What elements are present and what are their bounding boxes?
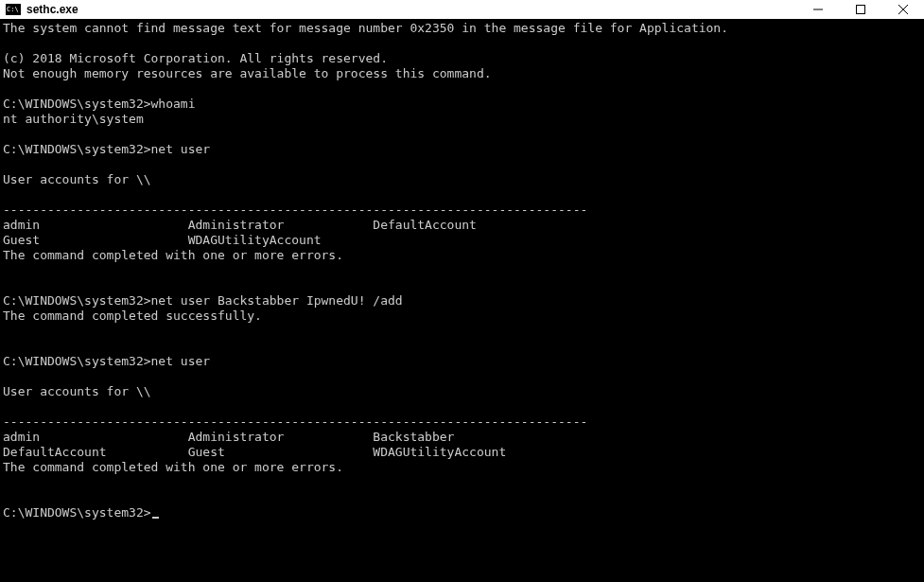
terminal-line: admin Administrator DefaultAccount (3, 218, 921, 233)
window-controls (796, 0, 924, 19)
terminal-line: ----------------------------------------… (3, 203, 921, 218)
terminal-line: Guest WDAGUtilityAccount (3, 233, 921, 248)
close-button[interactable] (881, 0, 924, 19)
titlebar[interactable]: sethc.exe (0, 0, 924, 20)
terminal-line: C:\WINDOWS\system32>net user Backstabber… (3, 293, 921, 309)
terminal-line: C:\WINDOWS\system32>whoami (3, 97, 921, 112)
console-window: sethc.exe The system cannot find message… (0, 0, 924, 582)
terminal-line (3, 475, 921, 490)
terminal-line: The command completed successfully. (3, 309, 921, 324)
terminal-line: C:\WINDOWS\system32> (3, 505, 921, 520)
terminal-line (3, 127, 921, 142)
cursor (152, 517, 159, 519)
terminal-line (3, 157, 921, 172)
terminal-line: The command completed with one or more e… (3, 460, 921, 475)
terminal-line: ----------------------------------------… (3, 414, 921, 430)
terminal-line (3, 399, 921, 414)
window-title: sethc.exe (26, 3, 796, 16)
cmd-icon (6, 4, 21, 15)
minimize-button[interactable] (796, 0, 839, 19)
terminal-line (3, 81, 921, 97)
terminal-output[interactable]: The system cannot find message text for … (0, 20, 924, 582)
terminal-line: The system cannot find message text for … (3, 21, 921, 36)
terminal-line (3, 263, 921, 278)
terminal-line: C:\WINDOWS\system32>net user (3, 354, 921, 369)
terminal-line (3, 490, 921, 505)
svg-rect-1 (856, 6, 864, 14)
terminal-line: User accounts for \\ (3, 172, 921, 187)
terminal-line: User accounts for \\ (3, 384, 921, 399)
terminal-line: DefaultAccount Guest WDAGUtilityAccount (3, 445, 921, 460)
terminal-line (3, 339, 921, 354)
terminal-line: (c) 2018 Microsoft Corporation. All righ… (3, 51, 921, 66)
terminal-line (3, 324, 921, 339)
terminal-line: admin Administrator Backstabber (3, 430, 921, 445)
terminal-line: The command completed with one or more e… (3, 248, 921, 263)
terminal-line (3, 369, 921, 384)
terminal-line: Not enough memory resources are availabl… (3, 66, 921, 81)
terminal-line: C:\WINDOWS\system32>net user (3, 142, 921, 157)
terminal-line (3, 36, 921, 51)
terminal-line (3, 278, 921, 293)
maximize-button[interactable] (839, 0, 881, 19)
terminal-line (3, 187, 921, 203)
terminal-line: nt authority\system (3, 112, 921, 127)
